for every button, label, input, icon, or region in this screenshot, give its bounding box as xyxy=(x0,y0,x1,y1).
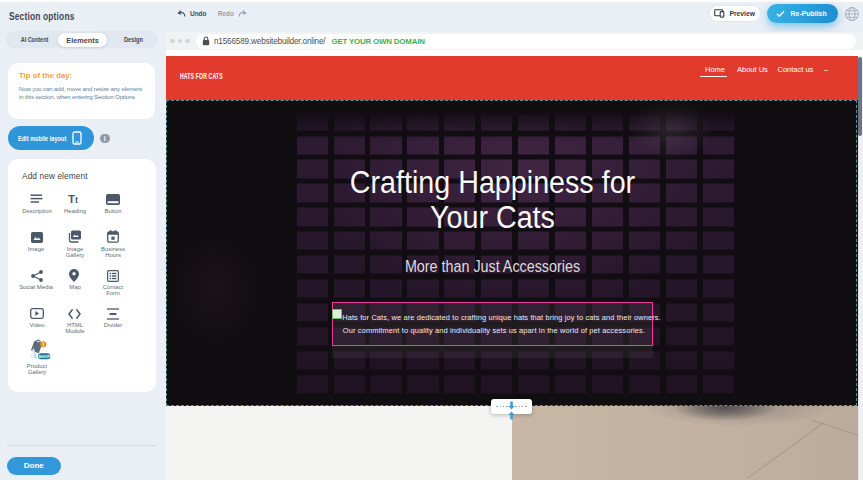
svg-text:SHOP: SHOP xyxy=(38,354,50,359)
